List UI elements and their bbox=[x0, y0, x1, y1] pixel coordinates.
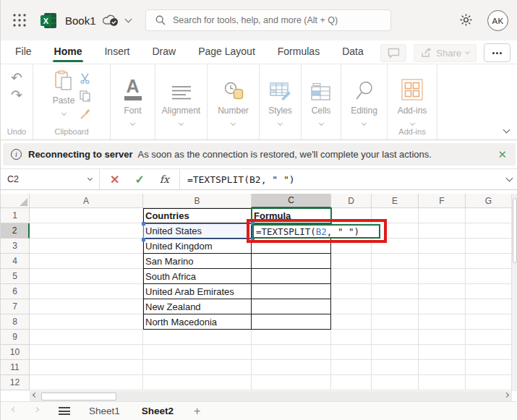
cell-F11[interactable] bbox=[419, 360, 466, 375]
row-header-5[interactable]: 5 bbox=[1, 269, 30, 284]
cell-A3[interactable] bbox=[30, 239, 143, 254]
cell-C8[interactable] bbox=[252, 314, 331, 330]
cell-D12[interactable] bbox=[331, 375, 372, 390]
cell-A2[interactable] bbox=[30, 223, 143, 239]
settings-gear-icon[interactable] bbox=[459, 13, 473, 27]
row-header-12[interactable]: 12 bbox=[1, 375, 30, 390]
account-avatar[interactable]: AK bbox=[487, 10, 508, 31]
undo-icon[interactable]: ↶ bbox=[11, 70, 22, 86]
insert-function-icon[interactable]: fx bbox=[160, 173, 169, 185]
cell-C1[interactable]: Formula bbox=[252, 208, 331, 223]
cell-C9[interactable] bbox=[252, 330, 331, 345]
menu-tab-insert[interactable]: Insert bbox=[103, 42, 131, 62]
vertical-scrollbar-thumb[interactable] bbox=[513, 198, 517, 263]
cell-A10[interactable] bbox=[30, 345, 143, 360]
menu-tab-file[interactable]: File bbox=[14, 42, 33, 62]
title-dropdown-chevron-icon[interactable] bbox=[124, 15, 132, 22]
cell-A1[interactable] bbox=[30, 208, 143, 223]
app-launcher-icon[interactable] bbox=[10, 11, 29, 30]
row-header-11[interactable]: 11 bbox=[1, 360, 30, 375]
menu-tab-draw[interactable]: Draw bbox=[150, 42, 177, 62]
column-header-F[interactable]: F bbox=[419, 194, 466, 208]
ribbon-group-font[interactable]: A Font bbox=[111, 64, 155, 140]
row-header-2[interactable]: 2 bbox=[1, 223, 30, 239]
cell-B2[interactable]: United States bbox=[143, 223, 252, 239]
cell-E8[interactable] bbox=[372, 314, 419, 330]
scroll-right-arrow-icon[interactable] bbox=[501, 391, 512, 401]
formula-bar-expand-chevron-icon[interactable] bbox=[506, 174, 513, 181]
cell-G9[interactable] bbox=[466, 330, 512, 345]
cell-A11[interactable] bbox=[30, 360, 143, 375]
ribbon-group-editing[interactable]: Editing bbox=[341, 64, 388, 140]
paste-button[interactable]: Paste bbox=[53, 70, 75, 119]
cell-D9[interactable] bbox=[331, 330, 372, 345]
cell-B11[interactable] bbox=[143, 360, 252, 375]
cell-E10[interactable] bbox=[372, 345, 419, 360]
copy-icon[interactable] bbox=[80, 90, 90, 102]
cell-E4[interactable] bbox=[372, 254, 419, 269]
cell-C3[interactable] bbox=[252, 239, 331, 254]
cell-B12[interactable] bbox=[143, 375, 252, 390]
cell-G3[interactable] bbox=[466, 239, 512, 254]
menu-tab-formulas[interactable]: Formulas bbox=[276, 42, 321, 62]
cell-D6[interactable] bbox=[331, 284, 372, 299]
notification-close-icon[interactable]: ✕ bbox=[497, 148, 507, 161]
cell-D11[interactable] bbox=[331, 360, 372, 375]
menu-tab-page-layout[interactable]: Page Layout bbox=[197, 42, 257, 62]
cell-G10[interactable] bbox=[466, 345, 512, 360]
horizontal-scrollbar[interactable] bbox=[30, 391, 512, 401]
row-header-10[interactable]: 10 bbox=[1, 345, 30, 360]
cell-D7[interactable] bbox=[331, 299, 372, 314]
cell-D4[interactable] bbox=[331, 254, 372, 269]
more-options-button[interactable] bbox=[484, 43, 510, 62]
cell-C11[interactable] bbox=[252, 360, 331, 375]
cell-B8[interactable]: North Macedonia bbox=[143, 314, 252, 330]
cell-A5[interactable] bbox=[30, 269, 143, 284]
cell-F10[interactable] bbox=[419, 345, 466, 360]
sheet-list-menu-icon[interactable] bbox=[59, 407, 70, 415]
previous-sheet-icon[interactable] bbox=[12, 407, 17, 412]
cell-G4[interactable] bbox=[466, 254, 512, 269]
cell-G2[interactable] bbox=[466, 223, 512, 239]
cell-A8[interactable] bbox=[30, 314, 143, 330]
cell-G5[interactable] bbox=[466, 269, 512, 284]
cell-D5[interactable] bbox=[331, 269, 372, 284]
cell-A12[interactable] bbox=[30, 375, 143, 390]
cell-G11[interactable] bbox=[466, 360, 512, 375]
cell-B3[interactable]: United Kingdom bbox=[143, 239, 252, 254]
cell-E7[interactable] bbox=[372, 299, 419, 314]
cell-G12[interactable] bbox=[466, 375, 512, 390]
select-all-corner[interactable] bbox=[1, 194, 30, 208]
name-box[interactable]: C2 bbox=[1, 169, 100, 189]
cell-F7[interactable] bbox=[419, 299, 466, 314]
cell-G7[interactable] bbox=[466, 299, 512, 314]
cell-D10[interactable] bbox=[331, 345, 372, 360]
ribbon-group-cells[interactable]: Cells bbox=[302, 64, 341, 140]
ribbon-group-addins[interactable]: Add-ins Add-ins bbox=[388, 64, 437, 140]
cell-D8[interactable] bbox=[331, 314, 372, 330]
column-header-A[interactable]: A bbox=[30, 194, 143, 208]
cell-A9[interactable] bbox=[30, 330, 143, 345]
column-header-B[interactable]: B bbox=[143, 194, 252, 208]
ribbon-group-styles[interactable]: Styles bbox=[260, 64, 302, 140]
cell-B4[interactable]: San Marino bbox=[143, 254, 252, 269]
ribbon-group-alignment[interactable]: Alignment bbox=[155, 64, 208, 140]
cell-G1[interactable] bbox=[466, 208, 512, 223]
row-header-4[interactable]: 4 bbox=[1, 254, 30, 269]
sheet-tab-sheet2[interactable]: Sheet2 bbox=[142, 406, 174, 416]
ribbon-group-number[interactable]: Number bbox=[208, 64, 260, 140]
formula-bar-input[interactable]: =TEXTSPLIT(B2, " ") bbox=[187, 174, 295, 185]
column-header-C[interactable]: C bbox=[252, 194, 331, 208]
cell-C4[interactable] bbox=[252, 254, 331, 269]
cell-G6[interactable] bbox=[466, 284, 512, 299]
search-input[interactable]: Search for tools, help, and more (Alt + … bbox=[145, 9, 391, 31]
cell-F9[interactable] bbox=[419, 330, 466, 345]
vertical-scrollbar[interactable] bbox=[511, 194, 517, 391]
column-header-E[interactable]: E bbox=[372, 194, 419, 208]
cell-E11[interactable] bbox=[372, 360, 419, 375]
column-header-G[interactable]: G bbox=[466, 194, 512, 208]
row-header-7[interactable]: 7 bbox=[1, 299, 30, 314]
column-header-D[interactable]: D bbox=[331, 194, 372, 208]
cell-B6[interactable]: United Arab Emirates bbox=[143, 284, 252, 299]
saved-to-cloud-icon[interactable] bbox=[103, 14, 119, 27]
